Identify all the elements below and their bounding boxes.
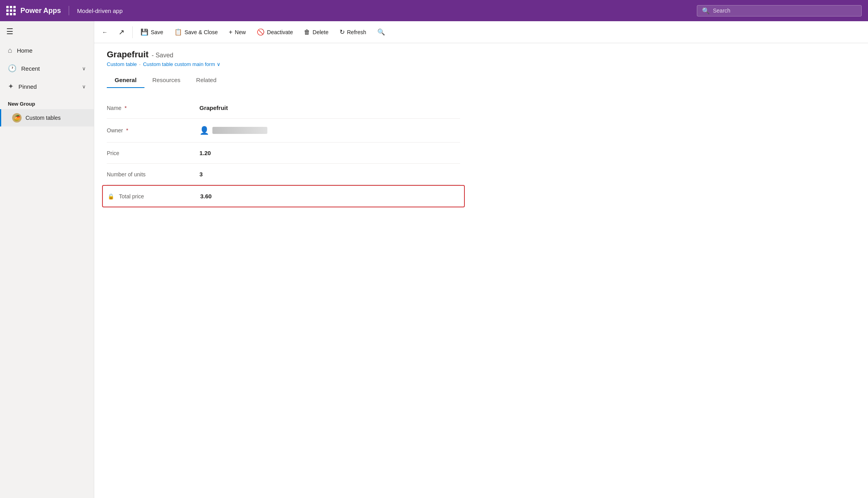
top-bar-divider — [69, 6, 69, 15]
app-name: Model-driven app — [77, 7, 122, 14]
refresh-button[interactable]: ↻ Refresh — [335, 25, 371, 39]
owner-name-blurred — [212, 127, 267, 134]
name-label: Name * — [107, 105, 193, 111]
sidebar-custom-tables-label: Custom tables — [26, 115, 60, 121]
custom-tables-icon: 🥭 — [12, 113, 22, 123]
toolbar-search-button[interactable]: 🔍 — [373, 25, 390, 39]
search-icon: 🔍 — [702, 7, 710, 15]
refresh-label: Refresh — [347, 29, 366, 35]
refresh-icon: ↻ — [340, 28, 345, 36]
breadcrumb-separator: · — [139, 61, 141, 67]
sidebar-item-custom-tables[interactable]: 🥭 Custom tables — [0, 109, 94, 126]
tab-general[interactable]: General — [107, 73, 144, 88]
pin-icon: ✦ — [8, 82, 14, 91]
owner-label: Owner * — [107, 127, 193, 134]
form-section: Name * Grapefruit Owner * 👤 — [107, 97, 460, 207]
toolbar-search-icon: 🔍 — [377, 28, 385, 36]
field-total-price: 🔒 Total price 3.60 — [102, 185, 465, 207]
back-button[interactable]: ← — [97, 26, 112, 38]
tab-resources[interactable]: Resources — [144, 73, 188, 88]
total-price-value: 3.60 — [200, 193, 212, 200]
search-input[interactable] — [713, 7, 857, 14]
price-label: Price — [107, 150, 193, 156]
field-owner: Owner * 👤 — [107, 119, 460, 143]
sidebar-group-label: New Group — [0, 95, 94, 109]
name-value[interactable]: Grapefruit — [199, 104, 228, 111]
save-close-label: Save & Close — [185, 29, 218, 35]
breadcrumb-form-dropdown[interactable]: Custom table custom main form ∨ — [143, 61, 221, 67]
breadcrumb-table[interactable]: Custom table — [107, 61, 137, 67]
tab-related[interactable]: Related — [188, 73, 225, 88]
toolbar-divider — [132, 26, 133, 38]
tabs: General Resources Related — [107, 73, 855, 88]
hamburger-menu[interactable]: ☰ — [0, 21, 94, 42]
owner-value-container[interactable]: 👤 — [199, 126, 267, 135]
new-label: New — [235, 29, 246, 35]
delete-label: Delete — [312, 29, 328, 35]
page-status: - Saved — [152, 52, 173, 59]
external-link-icon: ↗ — [119, 28, 124, 37]
deactivate-button[interactable]: 🚫 Deactivate — [252, 25, 298, 39]
sidebar-recent-label: Recent — [21, 65, 40, 72]
external-link-button[interactable]: ↗ — [114, 25, 129, 40]
sidebar-pinned-label: Pinned — [18, 83, 37, 90]
app-logo: Power Apps — [20, 7, 61, 15]
form-area: Name * Grapefruit Owner * 👤 — [94, 88, 868, 498]
sidebar-item-recent[interactable]: 🕐 Recent ∨ — [0, 59, 94, 77]
units-label: Number of units — [107, 171, 193, 178]
user-icon: 👤 — [199, 126, 209, 135]
name-required-star: * — [124, 105, 126, 111]
save-icon: 💾 — [141, 28, 148, 36]
save-close-button[interactable]: 📋 Save & Close — [170, 25, 223, 39]
total-price-label: 🔒 Total price — [108, 193, 194, 200]
price-value[interactable]: 1.20 — [199, 150, 211, 156]
save-button[interactable]: 💾 Save — [136, 25, 168, 39]
main-layout: ☰ ⌂ Home 🕐 Recent ∨ ✦ Pinned ∨ New Group… — [0, 21, 868, 498]
sidebar: ☰ ⌂ Home 🕐 Recent ∨ ✦ Pinned ∨ New Group… — [0, 21, 94, 498]
sidebar-item-pinned[interactable]: ✦ Pinned ∨ — [0, 77, 94, 95]
deactivate-label: Deactivate — [267, 29, 293, 35]
back-icon: ← — [102, 29, 108, 35]
chevron-down-icon: ∨ — [82, 66, 86, 71]
breadcrumb: Custom table · Custom table custom main … — [107, 61, 855, 67]
new-button[interactable]: + New — [224, 26, 250, 39]
delete-icon: 🗑 — [304, 29, 310, 36]
save-close-icon: 📋 — [174, 28, 182, 36]
field-name: Name * Grapefruit — [107, 97, 460, 119]
sidebar-home-label: Home — [17, 47, 33, 54]
title-row: Grapefruit - Saved — [107, 49, 855, 60]
save-label: Save — [151, 29, 163, 35]
new-icon: + — [229, 29, 232, 36]
field-units: Number of units 3 — [107, 164, 460, 185]
field-price: Price 1.20 — [107, 143, 460, 164]
delete-button[interactable]: 🗑 Delete — [299, 26, 333, 39]
units-value[interactable]: 3 — [199, 171, 203, 178]
waffle-menu[interactable] — [6, 6, 16, 15]
breadcrumb-form-label: Custom table custom main form — [143, 61, 215, 67]
deactivate-icon: 🚫 — [257, 28, 265, 36]
page-title: Grapefruit — [107, 49, 148, 60]
content-area: ← ↗ 💾 Save 📋 Save & Close + New 🚫 Deacti… — [94, 21, 868, 498]
breadcrumb-chevron-icon: ∨ — [217, 61, 221, 67]
toolbar: ← ↗ 💾 Save 📋 Save & Close + New 🚫 Deacti… — [94, 21, 868, 43]
recent-icon: 🕐 — [8, 64, 16, 73]
home-icon: ⌂ — [8, 46, 12, 55]
top-bar: Power Apps Model-driven app 🔍 — [0, 0, 868, 21]
page-header: Grapefruit - Saved Custom table · Custom… — [94, 43, 868, 88]
sidebar-item-home[interactable]: ⌂ Home — [0, 42, 94, 59]
chevron-down-icon: ∨ — [82, 84, 86, 90]
lock-icon: 🔒 — [108, 193, 114, 200]
search-box[interactable]: 🔍 — [697, 5, 862, 16]
owner-required-star: * — [126, 127, 128, 134]
